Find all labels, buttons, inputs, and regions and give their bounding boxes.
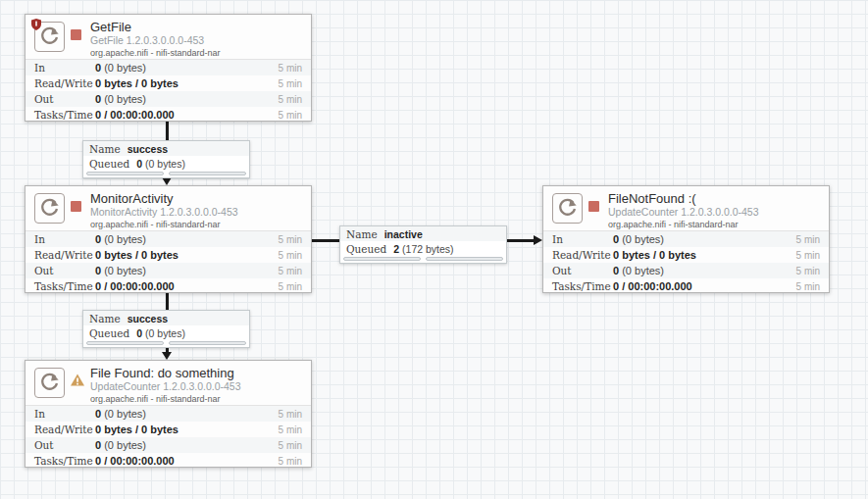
stat-label: Out — [552, 265, 613, 276]
stat-value: 0 (0 bytes) — [95, 233, 279, 245]
processor-bundle: org.apache.nifi - nifi-standard-nar — [608, 219, 823, 230]
stat-row-in: In 0 (0 bytes) 5 min — [26, 60, 311, 75]
processor-header: GetFile GetFile 1.2.0.3.0.0.0-453 org.ap… — [26, 15, 311, 59]
stat-label: In — [34, 62, 95, 74]
stat-row-in: In 0 (0 bytes) 5 min — [543, 231, 829, 247]
stat-label: Read/Write — [34, 77, 95, 89]
stat-window: 5 min — [796, 281, 820, 292]
connection-arrow-down-icon — [162, 352, 172, 360]
processor-name: FileNotFound :( — [608, 191, 823, 206]
processor-bundle: org.apache.nifi - nifi-standard-nar — [90, 393, 305, 405]
queue-percent-bars — [83, 340, 249, 347]
stat-window: 5 min — [279, 234, 302, 245]
connection-name-value: success — [128, 143, 168, 155]
processor-header: FileNotFound :( UpdateCounter 1.2.0.3.0.… — [543, 186, 829, 230]
connection-name-row: Name success — [83, 141, 249, 156]
stat-value: 0 bytes / 0 bytes — [95, 424, 279, 435]
stat-window: 5 min — [796, 234, 820, 245]
warning-icon — [71, 374, 84, 386]
stat-window: 5 min — [796, 266, 820, 276]
stat-label: Tasks/Time — [34, 455, 95, 467]
stat-row-readwrite: Read/Write 0 bytes / 0 bytes 5 min — [26, 247, 311, 263]
circular-arrow-icon — [557, 198, 578, 219]
connection-queued-row: Queued 0 (0 bytes) — [83, 325, 249, 340]
stat-value: 0 (0 bytes) — [95, 93, 279, 105]
connection-queued-key: Queued — [346, 243, 386, 255]
restricted-shield-icon — [31, 19, 41, 30]
stat-label: Read/Write — [34, 249, 95, 261]
stat-window: 5 min — [279, 94, 302, 105]
stat-label: In — [34, 233, 95, 245]
stat-label: Tasks/Time — [552, 280, 613, 292]
stat-row-tasks-time: Tasks/Time 0 / 00:00:00.000 5 min — [26, 107, 311, 123]
stat-value: 0 / 00:00:00.000 — [95, 280, 279, 292]
processor-header: File Found: do something UpdateCounter 1… — [26, 361, 311, 405]
connection-name-value: success — [128, 313, 168, 324]
stat-label: Out — [34, 93, 95, 105]
connection-name-key: Name — [89, 313, 121, 324]
queue-count-bar — [343, 257, 421, 261]
processor-icon — [34, 193, 65, 224]
processor-name: GetFile — [90, 20, 305, 34]
processor-icon — [34, 368, 65, 398]
stat-row-tasks-time: Tasks/Time 0 / 00:00:00.000 5 min — [26, 453, 311, 469]
stat-row-readwrite: Read/Write 0 bytes / 0 bytes 5 min — [26, 75, 311, 91]
stopped-icon — [588, 201, 599, 212]
processor-bundle: org.apache.nifi - nifi-standard-nar — [90, 219, 305, 230]
circular-arrow-icon — [39, 198, 60, 219]
queue-count-bar — [86, 172, 164, 175]
stat-value: 0 / 00:00:00.000 — [613, 280, 796, 292]
queue-count-bar — [86, 341, 164, 345]
flow-canvas[interactable]: GetFile GetFile 1.2.0.3.0.0.0-453 org.ap… — [0, 0, 868, 499]
stat-value: 0 (0 bytes) — [95, 408, 279, 420]
processor-type-version: UpdateCounter 1.2.0.3.0.0.0-453 — [608, 206, 823, 219]
stat-value: 0 / 00:00:00.000 — [95, 455, 279, 467]
circular-arrow-icon — [39, 373, 60, 393]
connection-name-key: Name — [346, 228, 378, 240]
processor-icon — [34, 22, 65, 52]
stat-window: 5 min — [279, 78, 302, 89]
stat-window: 5 min — [279, 63, 302, 74]
stat-window: 5 min — [279, 456, 302, 467]
queue-percent-bars — [340, 256, 506, 263]
stat-row-in: In 0 (0 bytes) 5 min — [26, 406, 311, 422]
stat-label: Tasks/Time — [34, 280, 95, 292]
queue-size-bar — [169, 172, 246, 175]
stat-window: 5 min — [279, 266, 302, 276]
stat-value: 0 (0 bytes) — [95, 439, 279, 451]
stat-row-out: Out 0 (0 bytes) 5 min — [26, 263, 311, 278]
stat-label: In — [552, 233, 613, 245]
connection-label-success-1[interactable]: Name success Queued 0 (0 bytes) — [82, 140, 250, 178]
processor-getfile[interactable]: GetFile GetFile 1.2.0.3.0.0.0-453 org.ap… — [25, 14, 312, 122]
stat-row-out: Out 0 (0 bytes) 5 min — [543, 263, 829, 278]
processor-type-version: UpdateCounter 1.2.0.3.0.0.0-453 — [90, 380, 305, 393]
stat-label: Out — [34, 265, 95, 276]
connection-name-row: Name success — [83, 311, 249, 325]
stat-row-readwrite: Read/Write 0 bytes / 0 bytes 5 min — [543, 247, 829, 263]
stat-row-readwrite: Read/Write 0 bytes / 0 bytes 5 min — [26, 422, 311, 437]
connection-name-row: Name inactive — [340, 226, 506, 241]
processor-filefound[interactable]: File Found: do something UpdateCounter 1… — [25, 360, 312, 468]
stat-window: 5 min — [279, 424, 302, 435]
processor-header: MonitorActivity MonitorActivity 1.2.0.3.… — [26, 186, 311, 230]
stat-row-tasks-time: Tasks/Time 0 / 00:00:00.000 5 min — [543, 278, 829, 294]
stat-label: Out — [34, 439, 95, 451]
connection-queued-row: Queued 0 (0 bytes) — [83, 156, 249, 171]
stat-row-tasks-time: Tasks/Time 0 / 00:00:00.000 5 min — [26, 278, 311, 294]
connection-name-key: Name — [89, 143, 121, 155]
connection-label-success-2[interactable]: Name success Queued 0 (0 bytes) — [82, 310, 250, 348]
processor-monitoractivity[interactable]: MonitorActivity MonitorActivity 1.2.0.3.… — [25, 185, 312, 293]
processor-stats: In 0 (0 bytes) 5 min Read/Write 0 bytes … — [26, 405, 311, 469]
connection-queued-key: Queued — [89, 327, 129, 339]
queue-percent-bars — [83, 171, 249, 177]
connection-queued-row: Queued 2 (172 bytes) — [340, 241, 506, 256]
queue-size-bar — [426, 257, 503, 261]
processor-filenotfound[interactable]: FileNotFound :( UpdateCounter 1.2.0.3.0.… — [542, 185, 830, 293]
stat-row-in: In 0 (0 bytes) 5 min — [26, 231, 311, 247]
stat-label: Read/Write — [34, 424, 95, 435]
connection-label-inactive[interactable]: Name inactive Queued 2 (172 bytes) — [339, 225, 507, 264]
stat-window: 5 min — [279, 250, 302, 261]
stat-label: Tasks/Time — [34, 109, 95, 121]
connection-queued-value: 0 (0 bytes) — [136, 158, 185, 170]
processor-name: MonitorActivity — [90, 191, 305, 206]
